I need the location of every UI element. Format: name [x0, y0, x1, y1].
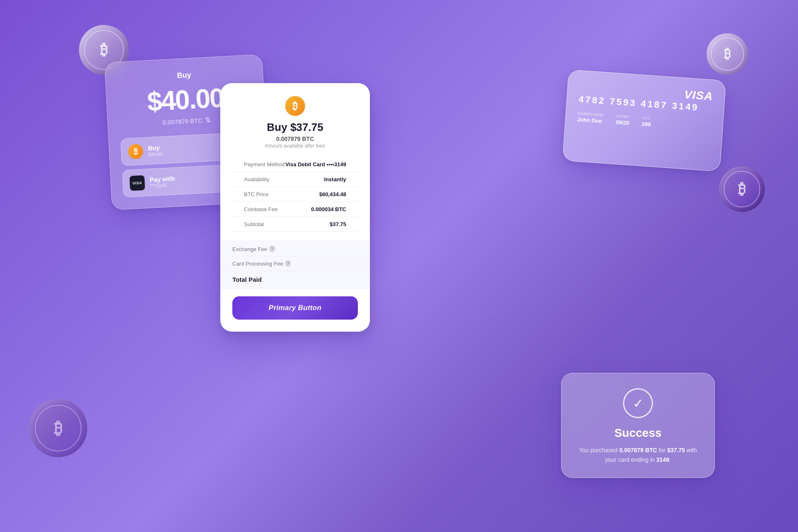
- total-paid-row: Total Paid: [221, 271, 369, 288]
- visa-card: VISA 4782 7593 4187 3149 Owner Name John…: [562, 69, 726, 172]
- confirm-top: ₿ Buy $37.75 0.007879 BTC Amount availab…: [221, 84, 369, 240]
- visa-logo: VISA: [684, 88, 713, 103]
- confirm-avail-value: Instantly: [324, 176, 346, 182]
- bitcoin-coin-bottom-left: ₿: [29, 399, 87, 457]
- visa-meta: Owner Name John Doe Expiry 09/20 CVV 299: [577, 111, 711, 132]
- confirm-payment-value: Visa Debit Card ••••3149: [285, 161, 346, 167]
- pay-row-sublabel: ***3149: [150, 182, 175, 189]
- confirm-subtotal-label: Subtotal: [244, 221, 264, 227]
- bitcoin-icon: ₿: [128, 144, 143, 160]
- success-check-icon: ✓: [623, 388, 653, 418]
- confirm-fee-label: Coinbase Fee: [244, 206, 278, 212]
- success-title: Success: [573, 426, 703, 440]
- visa-owner-value: John Doe: [577, 116, 603, 124]
- confirm-after-fees: Amount available after fees: [232, 143, 358, 149]
- visa-icon: VISA: [129, 175, 145, 191]
- confirm-price-label: BTC Price: [244, 191, 268, 197]
- confirm-buy-title: Buy $37.75: [232, 121, 358, 134]
- confirm-avail-label: Availability: [244, 176, 269, 182]
- success-message: You purchased 0.007879 BTC for $37.75 wi…: [573, 446, 703, 464]
- bitcoin-coin-top-right: ₿: [707, 33, 748, 75]
- buy-row-label: Buy: [148, 144, 163, 152]
- fees-section: Exchange Fee ? Card Processing Fee ? Tot…: [221, 240, 369, 290]
- confirm-row-payment: Payment Method Visa Debit Card ••••3149: [232, 157, 358, 172]
- primary-button[interactable]: Primary Button: [232, 296, 358, 320]
- card-fee-help-icon[interactable]: ?: [285, 260, 291, 267]
- confirm-row-fee: Coinbase Fee 0.000034 BTC: [232, 202, 358, 217]
- confirm-btc-amount: 0.007879 BTC: [232, 135, 358, 142]
- fee-row-card: Card Processing Fee ?: [221, 256, 369, 271]
- confirm-fee-value: 0.000034 BTC: [311, 206, 346, 212]
- success-card: ✓ Success You purchased 0.007879 BTC for…: [561, 373, 715, 478]
- confirm-card: ₿ Buy $37.75 0.007879 BTC Amount availab…: [220, 83, 370, 332]
- exchange-fee-label: Exchange Fee ?: [232, 246, 276, 252]
- visa-expiry-value: 09/20: [616, 119, 630, 126]
- pay-row-label: Pay with: [149, 175, 175, 183]
- card-buy-title: Buy: [117, 68, 251, 84]
- visa-cvv-label: CVV: [642, 116, 651, 121]
- visa-cvv-value: 299: [642, 121, 651, 128]
- card-fee-label: Card Processing Fee ?: [232, 260, 291, 267]
- confirm-row-subtotal: Subtotal $37.75: [232, 217, 358, 232]
- confirm-row-price: BTC Price $60,434.48: [232, 187, 358, 202]
- swap-icon: ⇅: [205, 116, 211, 124]
- confirm-btc-icon: ₿: [285, 96, 305, 116]
- confirm-row-availability: Availability Instantly: [232, 172, 358, 187]
- bitcoin-coin-right: ₿: [719, 166, 765, 212]
- fee-row-exchange: Exchange Fee ?: [221, 242, 369, 256]
- exchange-fee-help-icon[interactable]: ?: [269, 246, 276, 252]
- confirm-bottom: Primary Button: [221, 290, 369, 331]
- confirm-subtotal-value: $37.75: [330, 221, 346, 227]
- confirm-price-value: $60,434.48: [319, 191, 346, 197]
- visa-expiry-label: Expiry: [616, 114, 630, 119]
- buy-row-sublabel: Bitcoin: [148, 151, 163, 158]
- total-paid-label: Total Paid: [232, 276, 262, 283]
- confirm-payment-label: Payment Method: [244, 161, 285, 167]
